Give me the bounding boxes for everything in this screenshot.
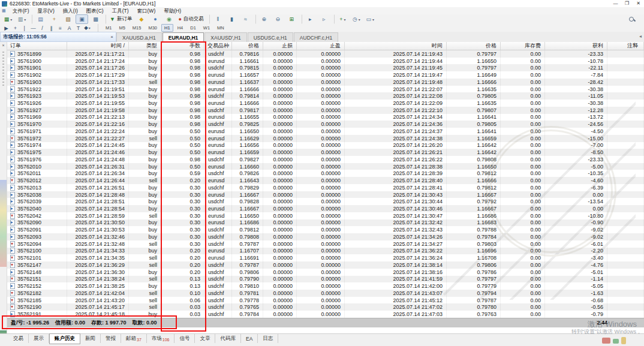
table-row[interactable]: 35762090 2025.07.14 21:30:50 buy 0.30 eu… — [7, 219, 644, 227]
fibonacci-tool-icon[interactable]: ≡ — [56, 25, 65, 32]
menu-item[interactable]: 窗口(W) — [133, 7, 160, 14]
zoom-out-button[interactable]: ⊖ — [272, 14, 284, 24]
chart-tab[interactable]: AUDCHF.c,H1 — [294, 32, 338, 42]
chart-window-icon[interactable]: ▦ — [2, 8, 6, 13]
restore-button[interactable]: ❐ — [621, 0, 633, 7]
auto-scroll-button[interactable]: ▸ — [302, 14, 317, 24]
chart-tab[interactable]: XAUUSD',H1 — [204, 32, 246, 42]
table-row[interactable]: 35761902 2025.07.14 21:17:29 buy 0.98 eu… — [7, 71, 644, 79]
table-row[interactable]: 35762152 2025.07.14 21:38:25 buy 0.13 us… — [7, 282, 644, 290]
terminal-tab[interactable]: 警报 — [101, 334, 121, 343]
table-row[interactable]: 35761899 2025.07.14 21:17:21 buy 0.98 us… — [7, 50, 644, 58]
timeframe-button[interactable]: D1 — [187, 24, 199, 32]
column-header[interactable]: 止损 — [263, 42, 297, 50]
timeframe-button[interactable]: MN — [214, 24, 227, 32]
table-row[interactable]: 35762011 2025.07.14 21:26:34 buy 0.59 us… — [7, 170, 644, 177]
shapes-tool-icon[interactable]: ◆ — [83, 24, 92, 32]
metaeditor-button[interactable]: ● — [149, 14, 161, 24]
table-row[interactable]: 35761922 2025.07.14 21:19:51 buy 0.98 eu… — [7, 86, 644, 93]
menu-item[interactable]: 插入(I) — [59, 7, 82, 14]
new-order-button[interactable]: ▼新订单 — [106, 14, 134, 24]
table-row[interactable]: 35761972 2025.07.14 21:22:27 sell 0.50 e… — [7, 135, 644, 142]
table-row[interactable]: 35761969 2025.07.14 21:22:13 buy 0.98 eu… — [7, 114, 644, 121]
tab-scroll-left-icon[interactable]: ◂ — [639, 34, 642, 39]
timeframe-button[interactable]: M30 — [145, 24, 160, 32]
timeframe-button[interactable]: H1 — [161, 24, 173, 32]
table-row[interactable]: 35762148 2025.07.14 21:36:30 buy 0.20 us… — [7, 269, 644, 276]
profiles-button[interactable]: ▥ — [16, 14, 28, 24]
column-header[interactable]: 止盈 — [297, 42, 345, 50]
table-row[interactable]: 35762042 2025.07.14 21:28:59 sell 0.30 e… — [7, 212, 644, 219]
table-row[interactable]: 35761900 2025.07.14 21:17:24 buy 0.98 eu… — [7, 58, 644, 65]
new-chart-button[interactable]: ▦ — [2, 14, 14, 24]
channel-tool-icon[interactable]: ∥ — [47, 25, 56, 32]
market-watch-close-icon[interactable]: × — [108, 34, 116, 40]
navigator-button[interactable]: ▧ — [62, 14, 74, 24]
candlestick-chart-button[interactable]: ▮ — [225, 14, 238, 24]
menu-item[interactable]: 工具(T) — [108, 7, 133, 14]
table-row[interactable]: 35762012 2025.07.14 21:26:44 sell 0.20 e… — [7, 177, 644, 184]
table-row[interactable]: 35761923 2025.07.14 21:19:53 buy 0.98 us… — [7, 92, 644, 100]
dock-grip[interactable] — [2, 52, 4, 88]
table-row[interactable]: 35762038 2025.07.14 21:28:48 buy 0.30 eu… — [7, 191, 644, 198]
chart-tab[interactable]: XAUUSD.a,H1 — [116, 32, 162, 42]
autotrading-button[interactable]: ●自动交易 — [176, 14, 205, 24]
column-header[interactable]: 价格 — [232, 42, 263, 50]
strategy-tester-button[interactable]: ▩ — [89, 14, 102, 24]
table-row[interactable]: 35762191 2025.07.14 21:45:18 buy 0.03 us… — [7, 311, 644, 318]
table-row[interactable]: 35762039 2025.07.14 21:28:51 buy 0.30 us… — [7, 198, 644, 205]
zoom-in-button[interactable]: ⊕ — [255, 14, 270, 24]
table-row[interactable]: 35761903 2025.07.14 21:17:33 sell 0.98 e… — [7, 79, 644, 86]
chart-shift-button[interactable]: ▹ — [318, 14, 330, 24]
table-row[interactable]: 35762040 2025.07.14 21:28:54 buy 0.30 eu… — [7, 205, 644, 212]
terminal-tab[interactable]: 邮箱37 — [121, 334, 147, 343]
table-row[interactable]: 35762182 2025.07.14 21:42:04 sell 0.10 u… — [7, 290, 644, 297]
column-header[interactable]: 库存费 — [501, 42, 545, 50]
terminal-tab[interactable]: 新闻 — [80, 334, 101, 343]
column-header[interactable]: 价格 — [447, 42, 501, 50]
chart-tab[interactable]: USDUSC.e,H1 — [248, 32, 293, 42]
column-header[interactable]: 交易品种 — [204, 42, 232, 50]
table-row[interactable]: 35762101 2025.07.14 21:34:35 sell 0.20 e… — [7, 254, 644, 261]
menu-item[interactable]: 帮助(H) — [160, 7, 185, 14]
table-row[interactable]: 35761975 2025.07.14 21:24:46 buy 0.50 eu… — [7, 149, 644, 156]
column-header[interactable]: 时间 / — [67, 42, 129, 50]
market-watch-titlebar[interactable]: 市场报价: 11:05:56 × — [0, 32, 116, 42]
close-button[interactable]: ✕ — [633, 0, 644, 7]
column-header[interactable]: 手数 — [161, 42, 204, 50]
chart-tab[interactable]: EURAUD,H1 — [162, 32, 204, 42]
templates-button[interactable]: ▭ — [364, 14, 377, 24]
column-header[interactable]: 获利 — [545, 42, 607, 50]
table-row[interactable]: 35762010 2025.07.14 21:26:31 buy 0.50 eu… — [7, 163, 644, 170]
terminal-tab[interactable]: 交易 — [8, 334, 29, 343]
column-header[interactable]: 时间 — [345, 42, 447, 50]
timeframe-button[interactable]: H4 — [174, 24, 186, 32]
table-row[interactable]: 35762185 2025.07.14 21:43:20 sell 0.06 u… — [7, 297, 644, 304]
market-watch-button[interactable]: ▤ — [32, 14, 47, 24]
timeframe-button[interactable]: W1 — [200, 24, 213, 32]
text-tool-icon[interactable]: A — [65, 25, 74, 32]
dock-close-icon[interactable]: × — [0, 42, 7, 49]
terminal-tab[interactable]: 信号 — [174, 334, 195, 343]
indicators-button[interactable]: + — [334, 14, 349, 24]
column-header[interactable]: 订单 — [7, 42, 67, 50]
table-row[interactable]: 35761901 2025.07.14 21:17:26 buy 0.98 us… — [7, 64, 644, 71]
label-tool-icon[interactable]: T — [74, 25, 83, 32]
data-window-button[interactable]: + — [48, 14, 61, 24]
trendline-tool-icon[interactable]: / — [38, 25, 47, 32]
table-row[interactable]: 35762147 2025.07.14 21:36:29 sell 0.20 u… — [7, 261, 644, 269]
terminal-tab[interactable]: 代码库 — [215, 334, 241, 343]
table-row[interactable]: 35762100 2025.07.14 21:34:33 buy 0.20 eu… — [7, 248, 644, 255]
terminal-tab[interactable]: 文章 — [195, 334, 215, 343]
cursor-tool-icon[interactable]: ▶ — [2, 25, 11, 32]
table-row[interactable]: 35762190 2025.07.14 21:45:17 sell 0.03 u… — [7, 303, 644, 311]
table-row[interactable]: 35761970 2025.07.14 21:22:16 buy 0.98 us… — [7, 121, 644, 128]
line-chart-button[interactable]: ≈ — [239, 14, 252, 24]
terminal-button[interactable]: ▣ — [76, 14, 88, 24]
table-row[interactable]: 35762091 2025.07.14 21:30:53 buy 0.30 us… — [7, 226, 644, 233]
crosshair-tool-icon[interactable]: + — [11, 25, 20, 32]
timeframe-button[interactable]: M5 — [116, 24, 128, 32]
table-row[interactable]: 35762093 2025.07.14 21:32:46 buy 0.30 us… — [7, 233, 644, 240]
column-header[interactable]: 类型 — [129, 42, 161, 50]
table-row[interactable]: 35762013 2025.07.14 21:26:51 buy 0.30 us… — [7, 184, 644, 191]
